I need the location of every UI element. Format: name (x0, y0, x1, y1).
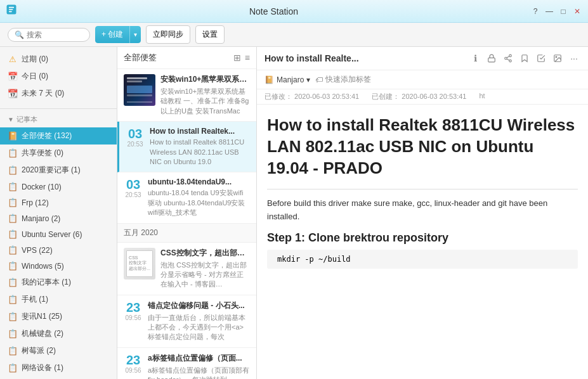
note-item-1-title: 安装win10+黑苹果双系统... (160, 74, 250, 85)
sidebar-item-manjaro[interactable]: 📋 Manjaro (2) (0, 210, 117, 226)
note-item-6-content: 23 09:56 a标签锚点位置偏修（页面... a标签锚点位置偏修（页面顶部有… (124, 353, 250, 379)
sidebar-item-keyboard[interactable]: 📋 机械键盘 (2) (0, 325, 117, 342)
sidebar-item-phone[interactable]: 📋 手机 (1) (0, 291, 117, 308)
sidebar-item-mynotebook-label: 我的记事本 (1) (22, 277, 71, 288)
notes-section-may: 五月 2020 (117, 224, 256, 243)
list-view-icon[interactable]: ≡ (245, 53, 250, 63)
note-item-2[interactable]: 03 20:53 How to install Realtek... How t… (117, 122, 256, 172)
note-date-2-day: 03 (128, 127, 142, 141)
note-date-5-time: 09:56 (125, 314, 141, 321)
sidebar-item-mynotebook[interactable]: 📋 我的记事本 (1) (0, 274, 117, 291)
create-btn-group: + 创建 ▾ (95, 26, 141, 43)
sidebar-item-ubuntu[interactable]: 📋 Ubuntu Server (6) (0, 226, 117, 242)
calendar-icon: 📅 (8, 72, 18, 81)
keyboard-icon: 📋 (8, 329, 18, 338)
note-date-6: 23 09:56 (124, 353, 143, 379)
notes-list: 全部便签 ⊞ ≡ (117, 47, 257, 379)
mynotebook-icon: 📋 (8, 278, 18, 287)
search-input[interactable] (27, 30, 84, 39)
sidebar-item-vps[interactable]: 📋 VPS (22) (0, 242, 117, 258)
note-date-2-time: 20:53 (127, 141, 143, 148)
sidebar-smart-section: ⚠ 过期 (0) 📅 今日 (0) 📆 未来 7 天 (0) (0, 47, 117, 106)
note-date-3-time: 20:53 (125, 191, 141, 198)
note-item-2-title: How to install Realtek... (150, 127, 250, 136)
note-item-1[interactable]: 安装win10+黑苹果双系统... 安装win10+黑苹果双系统基础教程 一、准… (117, 69, 256, 122)
maximize-button[interactable]: □ (558, 6, 569, 17)
sidebar-item-bixun[interactable]: 📋 斐讯N1 (25) (0, 308, 117, 325)
settings-button[interactable]: 设置 (195, 25, 225, 44)
note-item-4-text: CSS控制文字，超出部分显... 泡泡 CSS控制文字，超出部分显示省略号 - … (160, 248, 250, 290)
warning-icon: ⚠ (8, 55, 18, 64)
add-tag[interactable]: 🏷 快速添加标签 (315, 74, 371, 85)
sidebar-item-frp[interactable]: 📋 Frp (12) (0, 195, 117, 210)
note-item-4-excerpt: 泡泡 CSS控制文字，超出部分显示省略号 - 对方席丝正在输入中 - 博客园 h… (160, 260, 250, 290)
toolbar: 🔍 + 创建 ▾ 立即同步 设置 (0, 23, 588, 47)
note-item-5[interactable]: 23 09:56 锚点定位偏移问题 - 小石头... 由于一直做后台，所以前端基… (117, 295, 256, 348)
search-box[interactable]: 🔍 (8, 28, 90, 42)
svg-rect-2 (9, 9, 13, 10)
sidebar-group-notebooks[interactable]: ▼ 记事本 (0, 112, 117, 127)
section-may-label: 五月 2020 (124, 228, 158, 237)
sidebar-item-overdue[interactable]: ⚠ 过期 (0) (0, 51, 117, 68)
note-timestamp: 已修改： 2020-06-03 20:53:41 已创建： 2020-06-03… (257, 89, 588, 105)
close-button[interactable]: ✕ (572, 6, 583, 17)
sidebar-item-today[interactable]: 📅 今日 (0) (0, 68, 117, 85)
grid-view-icon[interactable]: ⊞ (233, 53, 241, 63)
sidebar-item-windows-label: Windows (5) (22, 262, 64, 271)
sidebar-item-phone-label: 手机 (1) (22, 294, 48, 305)
sidebar-item-2020[interactable]: 📋 2020重要记事 (1) (0, 162, 117, 179)
create-button[interactable]: + 创建 (95, 26, 129, 43)
vps-icon: 📋 (8, 245, 18, 255)
note-date-6-day: 23 (126, 353, 140, 367)
sidebar-item-all[interactable]: 📔 全部便签 (132) (0, 127, 117, 145)
help-button[interactable]: ? (530, 6, 541, 17)
note-item-5-text: 锚点定位偏移问题 - 小石头... 由于一直做后台，所以前端基本上都不会，今天遇… (148, 300, 250, 342)
share-icon[interactable] (502, 52, 514, 65)
bookmark-icon[interactable] (518, 52, 531, 65)
note-date-3: 03 20:53 (124, 177, 143, 217)
note-item-2-content: 03 20:53 How to install Realtek... How t… (126, 127, 250, 167)
sidebar-item-raspberry[interactable]: 📋 树莓派 (2) (0, 342, 117, 359)
svg-rect-3 (9, 11, 12, 13)
add-tag-label: 快速添加标签 (325, 74, 371, 85)
create-dropdown-button[interactable]: ▾ (129, 26, 141, 43)
note-item-6-excerpt: a标签锚点位置偏修（页面顶部有fix header），每次跳转到 (148, 366, 250, 379)
note-item-3[interactable]: 03 20:53 ubuntu-18.04tendaU9... ubuntu-1… (117, 172, 256, 223)
all-notes-icon: 📔 (8, 131, 18, 141)
sidebar-item-week[interactable]: 📆 未来 7 天 (0) (0, 85, 117, 102)
timestamp-extra: ht (479, 92, 485, 101)
notes-list-header-icons: ⊞ ≡ (233, 53, 250, 63)
notebook-tag[interactable]: 📔 Manjaro ▾ (265, 75, 310, 84)
ubuntu-icon: 📋 (8, 229, 18, 239)
frp-icon: 📋 (8, 198, 18, 207)
note-item-6-text: a标签锚点位置偏修（页面... a标签锚点位置偏修（页面顶部有fix heade… (148, 353, 250, 379)
sidebar-item-network[interactable]: 📋 网络设备 (1) (0, 359, 117, 376)
note-item-4[interactable]: CSS控制文字超出部分... CSS控制文字，超出部分显... 泡泡 CSS控制… (117, 243, 256, 295)
info-icon[interactable]: ℹ (469, 52, 481, 65)
lock-icon[interactable] (485, 52, 498, 65)
note-item-5-title: 锚点定位偏移问题 - 小石头... (148, 300, 250, 311)
app-icon (5, 3, 18, 19)
created-label: 已创建： 2020-06-03 20:53:41 (372, 92, 466, 101)
minimize-button[interactable]: — (544, 6, 555, 17)
search-icon: 🔍 (15, 30, 24, 39)
note-step1-code: mkdir -p ~/build (267, 250, 578, 269)
image-icon[interactable] (551, 52, 564, 65)
sidebar-item-ubuntu-label: Ubuntu Server (6) (22, 230, 82, 239)
note-date-2: 03 20:53 (126, 127, 145, 167)
note-item-6[interactable]: 23 09:56 a标签锚点位置偏修（页面... a标签锚点位置偏修（页面顶部有… (117, 348, 256, 379)
created-value: 2020-06-03 20:53:41 (402, 93, 466, 100)
sync-button[interactable]: 立即同步 (146, 25, 190, 44)
note-content-area[interactable]: How to install Realtek 8811CU Wireless L… (257, 105, 588, 379)
sidebar-item-shared[interactable]: 📋 共享便签 (0) (0, 145, 117, 162)
sidebar-item-overdue-label: 过期 (0) (22, 54, 48, 65)
window-controls: ? — □ ✕ (530, 6, 583, 17)
sidebar-item-shared-label: 共享便签 (0) (22, 148, 63, 158)
bixun-icon: 📋 (8, 312, 18, 321)
sidebar-item-windows[interactable]: 📋 Windows (5) (0, 258, 117, 274)
editor-icons: ℹ (469, 52, 580, 65)
checkbox-icon[interactable] (535, 52, 547, 65)
sidebar-item-docker[interactable]: 📋 Docker (10) (0, 179, 117, 195)
app-title: Note Station (18, 6, 530, 16)
more-icon[interactable]: ··· (568, 52, 580, 65)
